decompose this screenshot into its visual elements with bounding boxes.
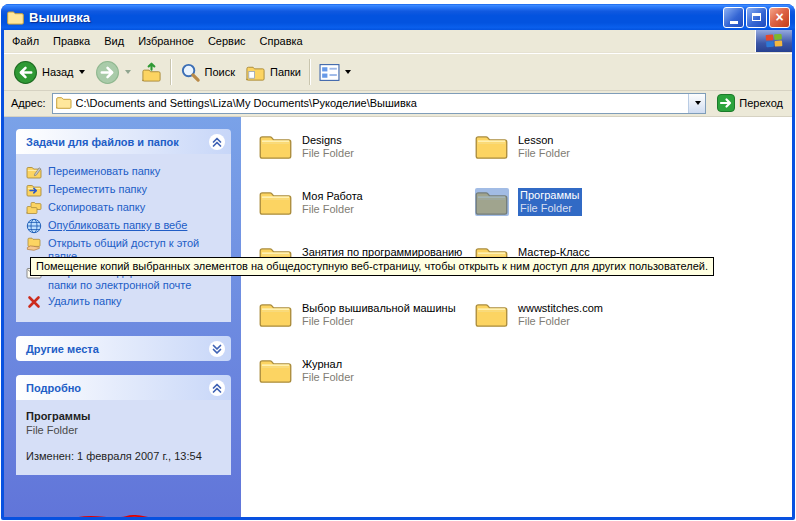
menu-item-favorites[interactable]: Избранное <box>131 31 201 51</box>
other-places-panel: Другие места <box>16 336 231 361</box>
share-folder-icon <box>26 236 42 252</box>
menu-item-edit[interactable]: Правка <box>46 31 97 51</box>
copy-folder-icon <box>26 200 42 216</box>
task-label: Опубликовать папку в вебе <box>48 218 187 232</box>
publish-web-icon <box>26 218 42 234</box>
up-button[interactable] <box>136 59 167 86</box>
title-bar[interactable]: Вышивка × <box>1 4 795 30</box>
address-bar: Адрес: C:\Documents and Settings\Liza\My… <box>4 91 792 117</box>
file-tile-programmy-selected[interactable]: ПрограммыFile Folder <box>469 186 685 242</box>
tooltip: Помещение копий выбранных элементов на о… <box>30 257 714 276</box>
address-label: Адрес: <box>11 97 46 109</box>
search-button[interactable]: Поиск <box>175 59 240 86</box>
other-places-header[interactable]: Другие места <box>16 336 231 361</box>
views-dropdown-icon[interactable] <box>345 70 351 74</box>
chevron-down-icon[interactable] <box>208 340 226 358</box>
folder-icon <box>259 132 293 160</box>
minimize-button[interactable] <box>723 7 744 28</box>
forward-icon <box>95 60 120 85</box>
file-tile-zhurnal[interactable]: ЖурналFile Folder <box>253 354 469 410</box>
file-name: Designs <box>302 133 354 147</box>
folder-icon-selected <box>475 188 509 216</box>
views-icon <box>319 62 340 83</box>
address-folder-icon <box>56 96 72 110</box>
forward-button[interactable] <box>90 57 136 88</box>
delete-icon <box>26 294 42 310</box>
folder-icon <box>259 188 293 216</box>
back-button[interactable]: Назад <box>8 57 90 88</box>
chevron-up-icon[interactable] <box>208 379 226 397</box>
content-area: Задачи для файлов и папок Пере <box>4 117 792 517</box>
red-underline-annotation <box>26 515 156 517</box>
toolbar-separator <box>309 59 311 85</box>
screen: Вышивка × Файл Правка Вид Избранное Серв… <box>0 0 796 521</box>
file-tasks-header[interactable]: Задачи для файлов и папок <box>16 129 231 154</box>
task-item-delete-folder[interactable]: Удалить папку <box>26 294 225 310</box>
task-label: Скопировать папку <box>48 200 145 214</box>
go-label: Переход <box>739 97 783 109</box>
file-type: File Folder <box>302 203 363 216</box>
task-label: Удалить папку <box>48 294 122 308</box>
go-button[interactable]: Переход <box>712 93 788 113</box>
details-panel: Подробно Программы File Folder Изменен: … <box>16 375 231 475</box>
file-tile-vybor-mashiny[interactable]: Выбор вышивальной машиныFile Folder <box>253 298 469 354</box>
address-dropdown-icon <box>695 101 701 105</box>
file-type: File Folder <box>520 202 579 215</box>
file-tile-lesson[interactable]: LessonFile Folder <box>469 130 685 186</box>
file-name: Программы <box>520 188 579 202</box>
address-text[interactable]: C:\Documents and Settings\Liza\My Docume… <box>76 97 685 109</box>
menu-item-view[interactable]: Вид <box>97 31 131 51</box>
file-tasks-panel: Задачи для файлов и папок Пере <box>16 129 231 322</box>
file-type: File Folder <box>302 147 354 160</box>
back-label: Назад <box>42 66 74 78</box>
window-title: Вышивка <box>29 10 90 25</box>
views-button[interactable] <box>314 59 356 86</box>
task-item-rename-folder[interactable]: Переименовать папку <box>26 164 225 180</box>
close-button[interactable]: × <box>769 7 790 28</box>
go-icon <box>717 94 735 112</box>
task-item-copy-folder[interactable]: Скопировать папку <box>26 200 225 216</box>
file-tile-moya-rabota[interactable]: Моя РаботаFile Folder <box>253 186 469 242</box>
chevron-up-icon[interactable] <box>208 133 226 151</box>
file-tile-designs[interactable]: DesignsFile Folder <box>253 130 469 186</box>
details-modified: Изменен: 1 февраля 2007 г., 13:54 <box>26 449 225 463</box>
folders-button[interactable]: Папки <box>240 59 306 86</box>
folders-icon <box>245 62 266 83</box>
folder-icon <box>259 356 293 384</box>
back-icon <box>13 60 38 85</box>
address-input[interactable]: C:\Documents and Settings\Liza\My Docume… <box>52 93 707 114</box>
task-pane: Задачи для файлов и папок Пере <box>4 117 241 517</box>
selection-overlay <box>475 188 509 216</box>
file-name: Lesson <box>518 133 570 147</box>
folder-icon <box>475 132 509 160</box>
move-folder-icon <box>26 182 42 198</box>
address-dropdown-button[interactable] <box>688 94 705 113</box>
other-places-title: Другие места <box>26 343 99 355</box>
task-item-move-folder[interactable]: Переместить папку <box>26 182 225 198</box>
menu-item-help[interactable]: Справка <box>253 31 310 51</box>
task-item-publish-to-web[interactable]: Опубликовать папку в вебе <box>26 218 225 234</box>
back-dropdown-icon[interactable] <box>79 70 85 74</box>
file-name: Моя Работа <box>302 189 363 203</box>
file-list-area: DesignsFile Folder LessonFile Folder Моя… <box>241 117 792 517</box>
windows-logo <box>755 30 792 52</box>
task-label: Переместить папку <box>48 182 147 196</box>
details-header[interactable]: Подробно <box>16 375 231 400</box>
details-name: Программы <box>26 409 225 423</box>
details-title: Подробно <box>26 382 81 394</box>
details-type: File Folder <box>26 423 225 437</box>
up-folder-icon <box>141 62 162 83</box>
file-type: File Folder <box>302 371 354 384</box>
forward-dropdown-icon[interactable] <box>125 70 131 74</box>
menu-item-tools[interactable]: Сервис <box>201 31 253 51</box>
menu-item-file[interactable]: Файл <box>5 31 46 51</box>
details-body: Программы File Folder Изменен: 1 февраля… <box>16 400 231 475</box>
maximize-button[interactable] <box>746 7 767 28</box>
search-icon <box>180 62 201 83</box>
file-tile-wwwstitches[interactable]: wwwstitches.comFile Folder <box>469 298 685 354</box>
file-type: File Folder <box>518 315 603 328</box>
close-icon: × <box>775 10 783 24</box>
file-type: File Folder <box>518 147 570 160</box>
file-name: Журнал <box>302 357 354 371</box>
folder-icon <box>475 300 509 328</box>
